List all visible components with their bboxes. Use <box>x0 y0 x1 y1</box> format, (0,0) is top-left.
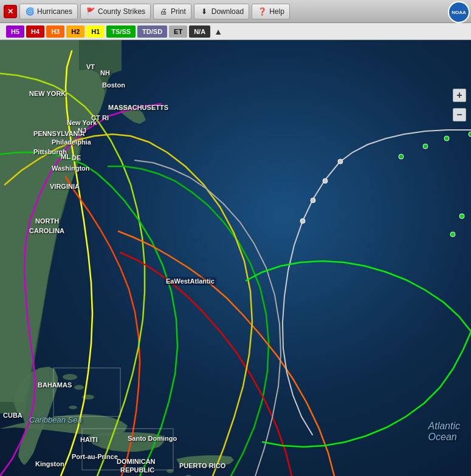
svg-point-14 <box>459 214 464 219</box>
noaa-logo: NOAA <box>448 1 470 23</box>
caribbean-sea-label: Caribbean Sea <box>29 415 82 424</box>
svg-point-10 <box>469 132 471 137</box>
svg-point-13 <box>399 154 404 159</box>
download-icon: ⬇ <box>199 7 209 16</box>
legend-td-sd[interactable]: TD/SD <box>137 25 167 38</box>
hurricanes-button[interactable]: 🌀 Hurricanes <box>19 4 78 19</box>
help-label: Help <box>269 7 284 16</box>
svg-point-0 <box>63 374 77 380</box>
print-button[interactable]: 🖨 Print <box>153 4 191 19</box>
legend-h3[interactable]: H3 <box>46 25 64 38</box>
legend-na[interactable]: N/A <box>189 25 210 38</box>
help-icon: ❓ <box>257 7 267 16</box>
legend-bar: H5 H4 H3 H2 H1 TS/SS TD/SD ET N/A ▲ <box>0 23 471 40</box>
svg-point-7 <box>323 178 328 183</box>
svg-point-11 <box>444 136 449 141</box>
legend-active-indicator[interactable]: ▲ <box>212 25 224 38</box>
zoom-controls: + − <box>453 89 466 121</box>
hurricane-icon: 🌀 <box>25 7 35 16</box>
close-icon: ✕ <box>7 7 13 16</box>
zoom-in-button[interactable]: + <box>453 89 466 102</box>
legend-h5[interactable]: H5 <box>6 25 24 38</box>
download-label: Download <box>211 7 244 16</box>
map-svg <box>0 40 471 476</box>
svg-rect-16 <box>53 368 120 416</box>
svg-point-9 <box>300 219 305 223</box>
noaa-logo-text: NOAA <box>452 10 466 15</box>
help-button[interactable]: ❓ Help <box>252 4 290 19</box>
hurricanes-label: Hurricanes <box>37 7 72 16</box>
toolbar: ✕ 🌀 Hurricanes 🚩 County Strikes 🖨 Print … <box>0 0 471 23</box>
svg-point-6 <box>338 159 343 164</box>
zoom-out-button[interactable]: − <box>453 108 466 121</box>
legend-et[interactable]: ET <box>169 25 187 38</box>
print-icon: 🖨 <box>159 7 168 16</box>
svg-point-12 <box>423 144 428 149</box>
legend-h2[interactable]: H2 <box>66 25 84 38</box>
legend-ts-ss[interactable]: TS/SS <box>106 25 136 38</box>
print-label: Print <box>171 7 186 16</box>
county-strikes-label: County Strikes <box>98 7 145 16</box>
svg-point-15 <box>450 232 455 237</box>
svg-point-3 <box>69 406 77 409</box>
county-strikes-icon: 🚩 <box>86 7 95 16</box>
svg-point-1 <box>74 385 84 390</box>
county-strikes-button[interactable]: 🚩 County Strikes <box>80 4 151 19</box>
close-button[interactable]: ✕ <box>4 5 17 18</box>
legend-h1[interactable]: H1 <box>86 25 105 38</box>
svg-point-8 <box>311 198 315 203</box>
map-container: VT NH MASSACHUSETTS Boston CT RI NEW YOR… <box>0 40 471 476</box>
legend-h4[interactable]: H4 <box>26 25 44 38</box>
west-atlantic-label: EaWestAtlantic <box>164 277 216 285</box>
atlantic-ocean-label: AtlanticOcean <box>428 421 460 443</box>
download-button[interactable]: ⬇ Download <box>194 4 249 19</box>
